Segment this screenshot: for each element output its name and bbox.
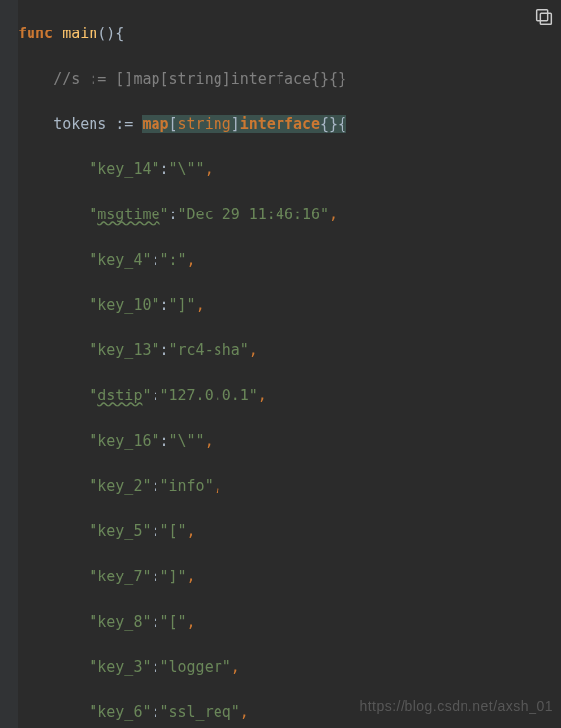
svg-rect-0 [540,13,551,24]
code-line: //s := []map[string]interface{}{} [18,68,561,91]
svg-rect-1 [537,10,548,21]
code-line: "key_14":"\"", [18,158,561,181]
code-line: "key_7":"]", [18,566,561,588]
code-line: "key_3":"logger", [18,656,561,679]
code-line: "key_4":":", [18,249,561,272]
code-line: "key_13":"rc4-sha", [18,339,561,362]
code-line: "key_16":"\"", [18,430,561,453]
code-line: tokens := map[string]interface{}{ [18,113,561,136]
code-editor[interactable]: func main(){ //s := []map[string]interfa… [0,0,561,728]
copy-icon[interactable] [533,6,555,28]
code-line: "key_8":"[", [18,611,561,634]
code-line: "msgtime":"Dec 29 11:46:16", [18,204,561,226]
watermark: https://blog.csdn.net/axsh_01 [359,696,553,718]
code-line: func main(){ [18,23,561,45]
code-line: "key_10":"]", [18,294,561,317]
code-line: "key_5":"[", [18,520,561,543]
code-line: "key_2":"info", [18,475,561,498]
code-line: "dstip":"127.0.0.1", [18,385,561,407]
